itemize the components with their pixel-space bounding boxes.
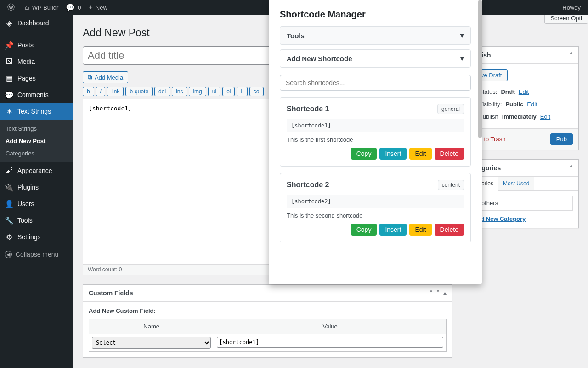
sc-panel-title: Shortcode Manager (280, 9, 471, 20)
submenu-text-strings[interactable]: Text Strings (0, 122, 74, 135)
sidebar-item-tools[interactable]: 🔧Tools (0, 212, 74, 229)
sc-insert-button[interactable]: Insert (379, 224, 407, 236)
ed-ul[interactable]: ul (208, 87, 220, 96)
sidebar-label: Settings (17, 233, 41, 241)
sc-delete-button[interactable]: Delete (435, 224, 464, 236)
sc-card: Shortcode 1general [shortcode1] This is … (280, 97, 471, 167)
ed-code[interactable]: co (249, 87, 264, 96)
collapse-label: Collapse menu (16, 251, 58, 258)
edit-publish-link[interactable]: Edit (540, 113, 550, 120)
sidebar-label: Pages (17, 75, 36, 82)
cf-name-select[interactable]: Select (92, 337, 211, 349)
add-media-button[interactable]: ⧉Add Media (83, 71, 128, 83)
sidebar-item-users[interactable]: 👤Users (0, 196, 74, 212)
ed-bold[interactable]: b (83, 87, 94, 96)
comments-count: 0 (78, 4, 81, 11)
sidebar-item-media[interactable]: 🖼Media (0, 53, 74, 70)
sc-acc-label: Add New Shortcode (287, 55, 352, 63)
visibility-value: Public (505, 101, 523, 108)
tab-categories-most-used[interactable]: Most Used (498, 177, 534, 190)
sc-accordion-add-new[interactable]: Add New Shortcode▾ (280, 49, 471, 68)
ed-ol[interactable]: ol (222, 87, 235, 96)
custom-fields-subtitle: Add New Custom Field: (89, 307, 447, 314)
caret-down-icon: ▾ (460, 54, 464, 63)
media-icon: 🖼 (5, 57, 14, 66)
sidebar-label: Appearance (17, 167, 52, 174)
plugin-icon: 🔌 (5, 183, 14, 192)
sc-insert-button[interactable]: Insert (379, 148, 407, 160)
chevron-up-icon[interactable]: ˄ (570, 52, 573, 59)
sidebar-label: Tools (17, 217, 33, 224)
word-count: Word count: 0 (88, 266, 122, 273)
sidebar-item-comments[interactable]: 💬Comments (0, 86, 74, 103)
caret-down-icon: ▾ (460, 31, 464, 40)
ed-del[interactable]: del (154, 87, 170, 96)
chevron-down-icon[interactable]: ˅ (436, 289, 440, 297)
screen-meta-links: Screen Opti (542, 15, 588, 22)
sc-code: [shortcode2] (287, 195, 464, 208)
collapse-menu[interactable]: ◀Collapse menu (0, 247, 74, 262)
howdy-link[interactable]: Howdy (559, 0, 584, 15)
media-icon: ⧉ (88, 74, 92, 81)
sc-acc-label: Tools (287, 32, 305, 40)
sc-delete-button[interactable]: Delete (435, 148, 464, 160)
custom-fields-box: Custom Fields˄˅▴ Add New Custom Field: N… (83, 284, 452, 358)
comment-icon: 💬 (66, 3, 75, 12)
sc-copy-button[interactable]: Copy (351, 148, 377, 160)
sc-badge: content (438, 180, 464, 190)
sidebar-item-appearance[interactable]: 🖌Appearance (0, 162, 74, 179)
howdy-text: Howdy (562, 4, 581, 11)
sc-card: Shortcode 2content [shortcode2] This is … (280, 173, 471, 242)
collapse-icon: ◀ (5, 251, 12, 258)
chevron-up-icon[interactable]: ˄ (570, 164, 573, 172)
sidebar-item-settings[interactable]: ⚙Settings (0, 229, 74, 245)
settings-icon: ⚙ (5, 232, 14, 242)
comments-link[interactable]: 💬0 (62, 0, 85, 15)
sidebar-label: Comments (17, 91, 49, 98)
cf-value-input[interactable] (217, 337, 443, 348)
sidebar-item-posts[interactable]: 📌Posts (0, 37, 74, 53)
sc-copy-button[interactable]: Copy (351, 224, 377, 236)
ed-link[interactable]: link (107, 87, 124, 96)
sidebar-item-text-strings[interactable]: ✶Text Strings (0, 103, 74, 120)
sidebar-label: Media (17, 58, 35, 65)
publish-value: immediately (502, 113, 537, 120)
submenu-add-new-post[interactable]: Add New Post (0, 135, 74, 147)
ed-li[interactable]: li (237, 87, 247, 96)
wp-logo[interactable]: ⓦ (4, 0, 21, 15)
edit-visibility-link[interactable]: Edit (527, 101, 537, 108)
screen-options-button[interactable]: Screen Opti (544, 15, 588, 24)
category-item[interactable]: others (472, 200, 569, 207)
ed-img[interactable]: img (189, 87, 206, 96)
chevron-up-icon[interactable]: ˄ (430, 289, 433, 297)
sidebar-label: Plugins (17, 184, 39, 191)
new-label: New (96, 4, 107, 11)
comments-icon: 💬 (5, 90, 14, 99)
sidebar-item-dashboard[interactable]: ◈Dashboard (0, 15, 74, 31)
new-content-link[interactable]: +New (85, 0, 111, 15)
ed-bquote[interactable]: b-quote (125, 87, 153, 96)
ed-ins[interactable]: ins (172, 87, 187, 96)
ed-italic[interactable]: i (96, 87, 106, 96)
publish-button[interactable]: Pub (550, 133, 573, 145)
custom-fields-title: Custom Fields (89, 289, 133, 297)
star-icon: ✶ (5, 107, 14, 116)
visibility-label: Visibility: (479, 101, 502, 108)
add-media-label: Add Media (95, 74, 123, 81)
sidebar-label: Users (17, 200, 34, 207)
sidebar-item-pages[interactable]: ▤Pages (0, 70, 74, 86)
cf-col-name: Name (89, 319, 214, 334)
dashboard-icon: ◈ (5, 18, 14, 28)
plus-icon: + (88, 3, 92, 12)
submenu-categories[interactable]: Categories (0, 147, 74, 160)
sc-accordion-tools[interactable]: Tools▾ (280, 26, 471, 45)
caret-up-icon[interactable]: ▴ (443, 289, 447, 297)
sc-search-input[interactable] (280, 75, 471, 91)
site-link[interactable]: ⌂WP Buildr (21, 0, 62, 15)
sc-badge: general (437, 104, 464, 114)
sc-edit-button[interactable]: Edit (409, 224, 431, 236)
admin-sidebar: ◈Dashboard 📌Posts 🖼Media ▤Pages 💬Comment… (0, 15, 74, 368)
edit-status-link[interactable]: Edit (519, 88, 529, 95)
sidebar-item-plugins[interactable]: 🔌Plugins (0, 179, 74, 196)
sc-edit-button[interactable]: Edit (409, 148, 431, 160)
